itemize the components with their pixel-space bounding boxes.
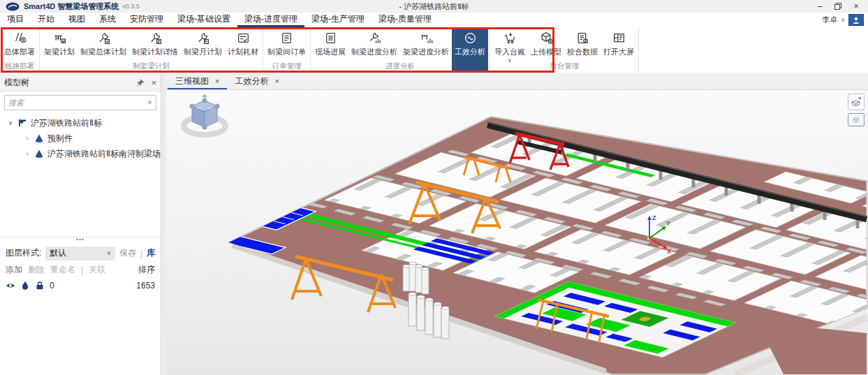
axis-y-label: Y	[666, 220, 670, 227]
isometric-view-button[interactable]	[848, 113, 865, 126]
layer-count: 1653	[136, 281, 155, 291]
add-layer-link[interactable]: 添加	[6, 264, 22, 276]
3d-viewport[interactable]: Z Y X	[166, 90, 868, 375]
beam-month-plan-icon	[196, 31, 210, 45]
minimize-button[interactable]: –	[811, 0, 829, 13]
separator: |	[81, 265, 83, 275]
erection-plan-button[interactable]: 架梁计划	[41, 27, 78, 73]
plan-material-icon	[236, 31, 251, 45]
tab-close-icon[interactable]: ×	[215, 77, 219, 85]
tree-item-root[interactable]: ∨ 沪苏湖铁路站前Ⅱ标	[0, 115, 161, 131]
layer-style-select[interactable]: 默认 ∨	[45, 247, 115, 260]
ribbon-group-beam-plans: 架梁计划 制梁总体计划 制梁计划详情 制梁月计划	[40, 27, 263, 73]
search-input[interactable]	[8, 98, 147, 107]
expander-icon[interactable]: ›	[24, 135, 31, 142]
visibility-eye-icon[interactable]	[6, 281, 15, 291]
beam-plan-detail-button[interactable]: 制梁计划详情	[129, 27, 181, 73]
link-layer-link[interactable]: 关联	[89, 264, 105, 276]
title-bar: Smart4D 智慧梁场管理系统 v0.3.5 - 沪苏湖铁路站前Ⅱ标 – ×	[0, 0, 868, 13]
menu-item-security[interactable]: 安防管理	[123, 13, 170, 27]
view-tab-strip: 三维视图 × 工效分析 ×	[166, 74, 868, 90]
ribbon-group-line-deploy: 总体部署 线路部署	[0, 27, 40, 73]
menu-item-project[interactable]: 项目	[0, 13, 31, 27]
app-version: v0.3.5	[122, 3, 140, 10]
beam-overall-plan-icon	[96, 31, 111, 45]
plan-material-button[interactable]: 计划耗材	[225, 27, 261, 73]
navigation-cube[interactable]	[177, 94, 232, 140]
efficiency-analysis-button[interactable]: 工效分析	[452, 27, 488, 73]
ribbon-group-backend: 导入台账 ∨ 上传模型 校合数据 打开大屏	[490, 27, 639, 73]
panel-header: 模型树 ×	[0, 74, 161, 91]
layer-style-section: ••• 图层样式: 默认 ∨ 保存 | 库 添加 删除 重命名 | 关联 排序	[0, 237, 161, 294]
sort-link[interactable]: 排序	[138, 264, 155, 276]
lock-icon[interactable]	[35, 281, 45, 291]
layer-row[interactable]: 0 1653	[6, 277, 155, 294]
site-progress-button[interactable]: 现场进展	[312, 27, 348, 73]
model-tree-panel: 模型树 × × ∨ 沪苏湖铁路站前Ⅱ标 ›	[0, 74, 161, 375]
erection-progress-analysis-button[interactable]: 架梁进度分析	[400, 27, 452, 73]
project-icon	[17, 118, 27, 128]
ribbon-group-orders: 制梁间订单 订单管理	[263, 27, 311, 73]
layer-name: 0	[50, 281, 54, 291]
restore-button[interactable]	[829, 0, 847, 13]
expander-icon[interactable]: ›	[24, 150, 31, 157]
beam-month-plan-button[interactable]: 制梁月计划	[181, 27, 225, 73]
beam-order-icon	[279, 31, 294, 45]
separator: |	[140, 249, 142, 258]
tab-efficiency[interactable]: 工效分析 ×	[227, 74, 286, 89]
axis-z-label: Z	[652, 214, 656, 221]
open-screen-icon	[612, 31, 626, 45]
menu-item-start[interactable]: 开始	[31, 13, 61, 27]
expander-icon[interactable]: ∨	[7, 119, 14, 126]
menu-item-yard-quality[interactable]: 梁场-质量管理	[372, 13, 439, 27]
component-icon	[34, 149, 44, 159]
user-avatar[interactable]	[848, 14, 864, 26]
main-area: 模型树 × × ∨ 沪苏湖铁路站前Ⅱ标 ›	[0, 74, 868, 375]
fit-view-button[interactable]	[848, 94, 865, 110]
tree-item-label: 沪苏湖铁路站前Ⅱ标	[31, 117, 102, 129]
rename-layer-link[interactable]: 重命名	[50, 264, 75, 276]
restore-icon	[834, 3, 841, 10]
tab-3d-view[interactable]: 三维视图 ×	[168, 74, 227, 89]
menu-item-system[interactable]: 系统	[92, 13, 123, 27]
beam-progress-analysis-button[interactable]: 制梁进度分析	[348, 27, 400, 73]
isometric-view-icon	[853, 114, 860, 126]
save-link[interactable]: 保存	[119, 247, 136, 259]
erection-progress-analysis-icon	[419, 31, 434, 45]
ground-corner	[757, 322, 867, 374]
open-screen-button[interactable]: 打开大屏	[601, 27, 637, 73]
verify-data-button[interactable]: 校合数据	[564, 27, 601, 73]
user-chevron-down-icon[interactable]: ∨	[841, 17, 845, 23]
layer-style-label: 图层样式:	[6, 247, 41, 259]
overall-deploy-button[interactable]: 总体部署	[1, 27, 38, 73]
erection-plan-icon	[52, 31, 67, 45]
import-ledger-button[interactable]: 导入台账 ∨	[492, 27, 528, 73]
fit-view-icon	[851, 96, 862, 108]
menu-item-yard-progress[interactable]: 梁场-进度管理	[237, 13, 304, 27]
tree-item-beam-yard[interactable]: › 沪苏湖铁路站前Ⅱ标南浔制梁场	[0, 146, 161, 161]
user-name[interactable]: 李卓	[822, 15, 837, 25]
splitter-handle[interactable]: •••	[6, 237, 155, 244]
library-link[interactable]: 库	[147, 247, 155, 259]
beam-overall-plan-button[interactable]: 制梁总体计划	[78, 27, 129, 73]
tree-item-precast[interactable]: › 预制件	[0, 131, 161, 146]
panel-close-icon[interactable]: ×	[151, 78, 156, 88]
beam-order-button[interactable]: 制梁间订单	[265, 27, 309, 73]
app-logo-icon	[6, 2, 20, 11]
beam-progress-analysis-icon	[367, 31, 382, 45]
view-buttons	[848, 94, 865, 126]
menu-item-yard-production[interactable]: 梁场-生产管理	[304, 13, 372, 27]
close-button[interactable]: ×	[847, 0, 865, 13]
upload-model-button[interactable]: 上传模型	[528, 27, 564, 73]
tab-close-icon[interactable]: ×	[274, 77, 279, 85]
pin-icon[interactable]	[136, 78, 145, 87]
delete-layer-link[interactable]: 删除	[28, 264, 45, 276]
content-area: 三维视图 × 工效分析 ×	[166, 74, 868, 375]
search-clear-icon[interactable]: ×	[147, 98, 152, 108]
panel-splitter[interactable]	[161, 74, 166, 375]
paint-droplet-icon[interactable]	[20, 281, 30, 291]
menu-item-view[interactable]: 视图	[61, 13, 92, 27]
ribbon-group-progress-analysis: 现场进展 制梁进度分析 架梁进度分析 工效分析 进度分析	[311, 27, 490, 73]
menu-item-yard-basic[interactable]: 梁场-基础设置	[170, 13, 237, 27]
chevron-down-icon: ∨	[508, 59, 512, 63]
